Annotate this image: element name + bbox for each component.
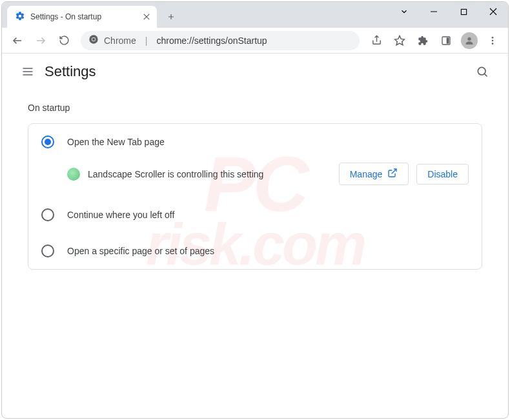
tab-title: Settings - On startup (30, 12, 101, 21)
section-heading: On startup (28, 103, 482, 113)
url-separator: | (141, 35, 152, 46)
reload-button[interactable] (54, 30, 74, 51)
startup-options-card: Open the New Tab page Landscape Scroller… (28, 123, 482, 270)
settings-gear-icon (15, 11, 25, 23)
extension-control-notice: Landscape Scroller is controlling this s… (28, 160, 482, 197)
option-label: Open the New Tab page (67, 137, 165, 147)
svg-line-26 (392, 169, 396, 174)
radio-selected-icon[interactable] (41, 135, 54, 148)
extension-notice-text: Landscape Scroller is controlling this s… (88, 169, 331, 179)
kebab-menu-icon[interactable] (482, 30, 503, 51)
forward-button[interactable] (30, 30, 51, 51)
svg-point-12 (92, 38, 96, 41)
search-settings-button[interactable] (469, 59, 495, 85)
svg-point-19 (492, 39, 494, 41)
svg-marker-14 (395, 35, 405, 45)
dropdown-button[interactable] (389, 2, 419, 21)
extensions-icon[interactable] (413, 30, 433, 51)
disable-button[interactable]: Disable (416, 164, 469, 185)
maximize-button[interactable] (449, 2, 478, 21)
option-label: Continue where you left off (67, 210, 174, 220)
open-in-new-icon (387, 168, 398, 180)
svg-point-24 (478, 67, 485, 75)
option-label: Open a specific page or set of pages (67, 246, 214, 256)
svg-rect-16 (447, 37, 449, 43)
radio-unselected-icon[interactable] (41, 208, 54, 221)
manage-label: Manage (350, 169, 383, 179)
svg-rect-1 (461, 9, 466, 14)
svg-point-20 (492, 43, 494, 45)
side-panel-icon[interactable] (436, 30, 456, 51)
close-tab-button[interactable] (141, 12, 152, 22)
new-tab-button[interactable] (162, 8, 180, 26)
address-bar[interactable]: Chrome | chrome://settings/onStartup (81, 31, 360, 50)
svg-point-18 (492, 37, 494, 39)
page-title: Settings (45, 63, 96, 80)
url-scheme: Chrome (104, 35, 136, 46)
radio-unselected-icon[interactable] (41, 245, 54, 257)
svg-point-17 (467, 37, 471, 40)
hamburger-menu-icon[interactable] (15, 59, 41, 85)
browser-toolbar: Chrome | chrome://settings/onStartup (2, 28, 508, 54)
close-window-button[interactable] (478, 2, 508, 21)
profile-avatar[interactable] (459, 30, 480, 51)
browser-tab[interactable]: Settings - On startup (7, 6, 157, 28)
minimize-button[interactable] (419, 2, 449, 21)
option-continue[interactable]: Continue where you left off (28, 197, 482, 233)
manage-button[interactable]: Manage (339, 163, 409, 185)
disable-label: Disable (427, 169, 458, 179)
bookmark-star-icon[interactable] (389, 30, 410, 51)
svg-line-25 (485, 74, 487, 77)
url-text: chrome://settings/onStartup (156, 35, 267, 46)
back-button[interactable] (7, 30, 28, 51)
option-specific-pages[interactable]: Open a specific page or set of pages (28, 233, 482, 269)
extension-icon (67, 168, 80, 181)
option-open-new-tab[interactable]: Open the New Tab page (28, 124, 482, 160)
settings-header: Settings (2, 54, 508, 90)
chrome-logo-icon (88, 34, 99, 46)
share-icon[interactable] (366, 30, 387, 51)
